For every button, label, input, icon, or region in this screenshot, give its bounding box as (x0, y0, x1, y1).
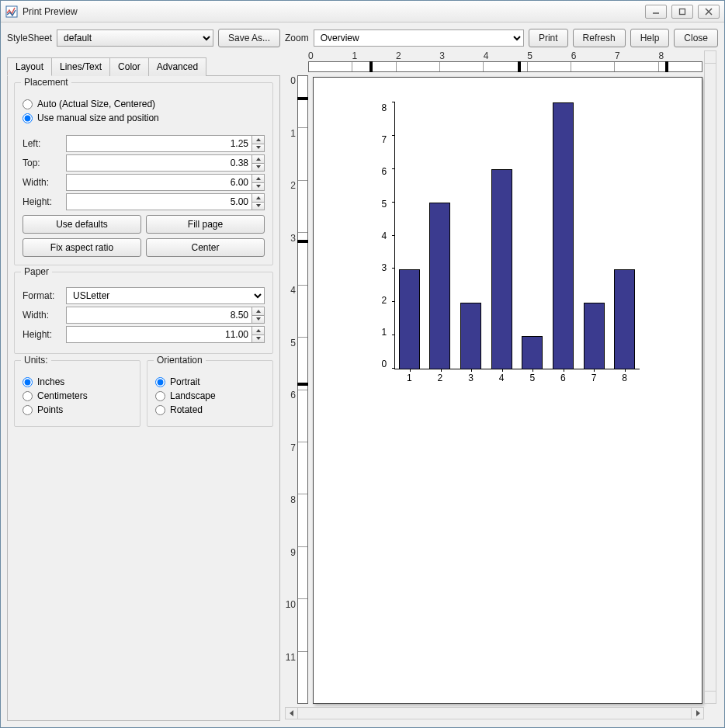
horizontal-ruler[interactable]: 012345678 (308, 50, 702, 72)
tab-lines-text[interactable]: Lines/Text (51, 57, 110, 76)
placement-manual-radio[interactable] (23, 113, 33, 123)
orient-rotated-radio[interactable] (155, 405, 165, 415)
save-as-button[interactable]: Save As... (218, 29, 280, 47)
paper-title: Paper (21, 266, 52, 277)
right-panel: Zoom Overview Print Refresh Help Close 0… (285, 29, 718, 721)
orientation-group: Orientation Portrait Landscape Rotated (147, 360, 273, 427)
paper-width-spin-up[interactable] (252, 307, 265, 315)
top-spin-up[interactable] (252, 154, 265, 163)
scroll-left-icon[interactable] (286, 708, 298, 719)
scroll-up-icon[interactable] (705, 51, 716, 64)
placement-title: Placement (21, 77, 71, 88)
width-spin-up[interactable] (252, 174, 265, 182)
preview-area: 012345678 01234567891011 012345678 (285, 50, 718, 721)
placement-manual-label: Use manual size and position (37, 113, 159, 123)
height-input[interactable] (66, 193, 252, 210)
help-button[interactable]: Help (630, 29, 670, 47)
print-preview-window: Print Preview StyleSheet default Save As… (0, 0, 725, 728)
chart-x-labels: 12345678 (394, 373, 640, 382)
tab-color[interactable]: Color (109, 57, 149, 76)
top-input[interactable] (66, 154, 252, 172)
paper-height-label: Height: (23, 329, 61, 340)
units-group: Units: Inches Centimeters Points (14, 360, 140, 427)
svg-marker-6 (696, 710, 700, 716)
top-label: Top: (23, 158, 61, 168)
paper-width-input[interactable] (66, 307, 252, 324)
fill-page-button[interactable]: Fill page (146, 215, 265, 234)
svg-marker-5 (290, 710, 293, 716)
units-points-row[interactable]: Points (23, 404, 132, 415)
paper-width-label: Width: (23, 310, 61, 321)
width-input[interactable] (66, 174, 252, 191)
height-label: Height: (23, 196, 61, 207)
width-spin-down[interactable] (252, 182, 265, 192)
vertical-scrollbar[interactable] (704, 50, 716, 704)
scroll-right-icon[interactable] (691, 708, 703, 719)
stylesheet-combo[interactable]: default (57, 29, 213, 47)
left-input[interactable] (66, 135, 252, 152)
orient-portrait-label: Portrait (170, 376, 200, 387)
orient-portrait-row[interactable]: Portrait (155, 376, 265, 387)
tabs: Layout Lines/Text Color Advanced (7, 57, 280, 75)
app-icon (5, 5, 18, 18)
close-button[interactable] (698, 5, 720, 19)
paper-height-spin-up[interactable] (252, 326, 265, 335)
left-spin-down[interactable] (252, 144, 265, 153)
use-defaults-button[interactable]: Use defaults (23, 215, 141, 234)
close-dialog-button[interactable]: Close (674, 29, 718, 47)
tab-layout[interactable]: Layout (7, 57, 52, 76)
placement-auto-label: Auto (Actual Size, Centered) (37, 99, 155, 109)
zoom-label: Zoom (285, 33, 309, 43)
stylesheet-row: StyleSheet default Save As... (7, 29, 280, 47)
zoom-toolbar: Zoom Overview Print Refresh Help Close (285, 29, 718, 47)
chart-y-labels: 012345678 (382, 102, 393, 369)
units-cm-label: Centimeters (37, 390, 88, 401)
units-inches-row[interactable]: Inches (23, 376, 132, 387)
orientation-title: Orientation (154, 355, 206, 366)
horizontal-scrollbar[interactable] (285, 707, 704, 719)
placement-group: Placement Auto (Actual Size, Centered) U… (14, 82, 273, 265)
paper-width-spin-down[interactable] (252, 315, 265, 324)
tab-advanced[interactable]: Advanced (148, 57, 206, 76)
width-label: Width: (23, 177, 61, 188)
page-preview: 012345678 12345678 (313, 77, 702, 704)
units-inches-radio[interactable] (23, 377, 33, 387)
window-title: Print Preview (23, 6, 645, 17)
placement-manual-row[interactable]: Use manual size and position (23, 113, 265, 123)
paper-format-combo[interactable]: USLetter (66, 287, 265, 304)
orient-portrait-radio[interactable] (155, 377, 165, 387)
chart-bars (394, 102, 640, 369)
placement-auto-radio[interactable] (23, 99, 33, 109)
tab-page-layout: Placement Auto (Actual Size, Centered) U… (7, 75, 280, 721)
height-spin-up[interactable] (252, 193, 265, 202)
left-label: Left: (23, 138, 61, 149)
placement-auto-row[interactable]: Auto (Actual Size, Centered) (23, 99, 265, 109)
units-points-radio[interactable] (23, 405, 33, 415)
maximize-button[interactable] (671, 5, 693, 19)
scroll-down-icon[interactable] (705, 691, 716, 703)
fix-aspect-button[interactable]: Fix aspect ratio (23, 238, 141, 257)
window-controls (645, 5, 720, 19)
top-spin-down[interactable] (252, 163, 265, 172)
paper-height-spin-down[interactable] (252, 335, 265, 344)
chart: 012345678 12345678 (371, 99, 645, 383)
paper-group: Paper Format: USLetter Width: (14, 272, 273, 354)
units-cm-row[interactable]: Centimeters (23, 390, 132, 401)
center-button[interactable]: Center (146, 238, 265, 257)
minimize-button[interactable] (645, 5, 667, 19)
client-area: StyleSheet default Save As... Layout Lin… (1, 23, 724, 727)
orient-rotated-row[interactable]: Rotated (155, 404, 265, 415)
orient-landscape-radio[interactable] (155, 391, 165, 401)
format-label: Format: (23, 290, 61, 301)
paper-height-input[interactable] (66, 326, 252, 343)
units-points-label: Points (37, 404, 63, 415)
zoom-combo[interactable]: Overview (314, 29, 524, 47)
vertical-ruler[interactable]: 01234567891011 (285, 75, 308, 704)
orient-landscape-label: Landscape (170, 390, 216, 401)
print-button[interactable]: Print (529, 29, 568, 47)
refresh-button[interactable]: Refresh (573, 29, 626, 47)
left-spin-up[interactable] (252, 135, 265, 144)
orient-landscape-row[interactable]: Landscape (155, 390, 265, 401)
height-spin-down[interactable] (252, 202, 265, 211)
units-cm-radio[interactable] (23, 391, 33, 401)
